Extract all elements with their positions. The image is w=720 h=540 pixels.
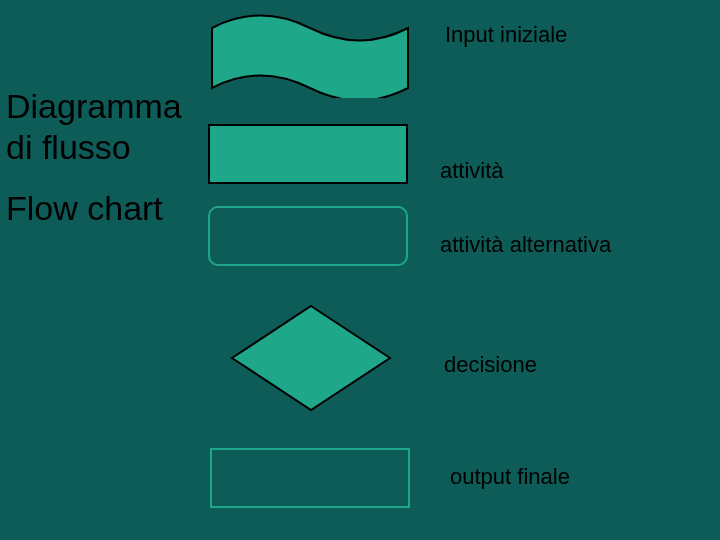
legend-output-label: output finale — [450, 464, 570, 490]
flowchart-activity-alt-shape — [208, 206, 408, 266]
title-line-2: di flusso — [6, 128, 131, 166]
slide-title: Diagramma di flusso — [6, 86, 182, 168]
svg-marker-0 — [232, 306, 390, 410]
legend-input-label: Input iniziale — [445, 22, 567, 48]
title-line-1: Diagramma — [6, 87, 182, 125]
legend-activity-label: attività — [440, 158, 504, 184]
flowchart-output-shape — [210, 448, 410, 508]
legend-activity-alt-label: attività alternativa — [440, 232, 611, 258]
flowchart-activity-shape — [208, 124, 408, 184]
legend-decision-label: decisione — [444, 352, 537, 378]
flowchart-decision-shape — [226, 300, 396, 416]
slide-subtitle: Flow chart — [6, 188, 163, 229]
flowchart-input-shape — [210, 8, 410, 98]
